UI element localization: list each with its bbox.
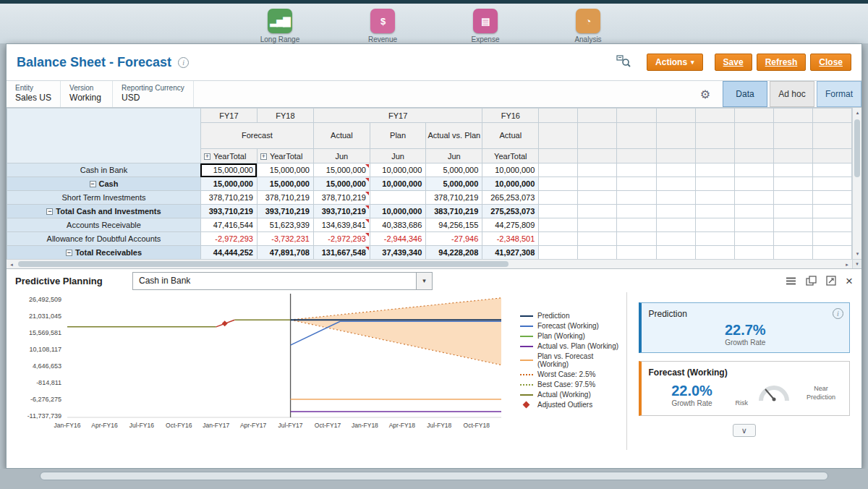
grid-cell[interactable] — [656, 177, 695, 191]
grid-cell[interactable] — [656, 163, 695, 177]
scenario-header[interactable]: Actual vs. Plan — [426, 123, 482, 149]
gear-icon[interactable]: ⚙ — [690, 88, 720, 101]
grid-cell[interactable] — [734, 218, 773, 232]
grid-cell[interactable] — [539, 232, 578, 246]
scroll-up-icon[interactable]: ▴ — [853, 108, 862, 118]
row-label[interactable]: −Total Receivables — [7, 246, 201, 260]
grid-cell[interactable] — [578, 232, 617, 246]
grid-cell[interactable] — [695, 205, 734, 218]
period-header[interactable]: Jun — [313, 149, 370, 163]
grid-cell[interactable] — [734, 205, 773, 218]
row-label[interactable]: Cash in Bank — [7, 163, 201, 177]
grid-cell[interactable]: 94,228,208 — [426, 246, 482, 260]
grid-cell[interactable]: 10,000,000 — [482, 177, 539, 191]
grid-cell[interactable] — [812, 177, 851, 191]
grid-cell[interactable]: 44,275,809 — [482, 218, 539, 232]
grid-cell[interactable] — [617, 205, 656, 218]
close-button[interactable]: Close — [810, 54, 851, 71]
scenario-header[interactable]: Actual — [482, 123, 539, 149]
info-icon[interactable]: i — [833, 308, 843, 319]
pov-version[interactable]: Version Working — [61, 81, 113, 107]
refresh-button[interactable]: Refresh — [757, 54, 807, 71]
grid-cell[interactable]: -2,972,293 — [313, 232, 370, 246]
grid-cell[interactable] — [539, 163, 578, 177]
scrollbar-thumb[interactable] — [18, 261, 509, 267]
approvals-search-icon[interactable] — [616, 54, 631, 71]
grid-cell[interactable] — [695, 246, 734, 260]
grid-cell[interactable] — [773, 205, 812, 218]
grid-cell[interactable]: 10,000,000 — [370, 163, 425, 177]
grid-cell[interactable] — [734, 191, 773, 205]
grid-cell[interactable] — [773, 232, 812, 246]
nav-item-expense[interactable]: ▤ Expense — [455, 9, 516, 43]
grid-cell[interactable] — [539, 177, 578, 191]
grid-cell[interactable]: 393,710,219 — [257, 205, 313, 218]
grid-cell[interactable] — [812, 191, 851, 205]
grid-cell[interactable] — [578, 191, 617, 205]
scenario-header[interactable]: Forecast — [200, 123, 313, 149]
grid-cell[interactable] — [656, 205, 695, 218]
grid-cell[interactable] — [617, 177, 656, 191]
grid-cell[interactable]: 393,710,219 — [313, 205, 370, 218]
save-button[interactable]: Save — [715, 54, 752, 71]
grid-cell[interactable]: -27,946 — [426, 232, 482, 246]
grid-cell[interactable] — [539, 218, 578, 232]
background-scrollbar[interactable] — [40, 472, 828, 480]
grid-cell[interactable]: 44,444,252 — [200, 246, 257, 260]
grid-cell[interactable]: 15,000,000 — [200, 163, 257, 177]
grid-cell[interactable] — [656, 246, 695, 260]
grid-cell[interactable]: 10,000,000 — [370, 205, 425, 218]
expand-panel-icon[interactable] — [826, 276, 836, 286]
grid-cell[interactable] — [539, 205, 578, 218]
grid-cell[interactable]: -2,972,293 — [200, 232, 257, 246]
scenario-header[interactable]: Actual — [313, 123, 370, 149]
grid-cell[interactable] — [812, 163, 851, 177]
grid-cell[interactable]: 383,710,219 — [426, 205, 482, 218]
grid-cell[interactable] — [617, 191, 656, 205]
grid-cell[interactable] — [578, 163, 617, 177]
expand-icon[interactable]: + — [204, 153, 210, 160]
grid-cell[interactable]: 51,623,939 — [257, 218, 313, 232]
grid-cell[interactable]: 40,383,686 — [370, 218, 425, 232]
grid-cell[interactable]: 265,253,073 — [482, 191, 539, 205]
grid-cell[interactable]: 15,000,000 — [200, 177, 257, 191]
tab-data[interactable]: Data — [723, 81, 767, 107]
grid-cell[interactable] — [734, 246, 773, 260]
grid-cell[interactable] — [617, 232, 656, 246]
pov-entity[interactable]: Entity Sales US — [7, 81, 61, 107]
grid-cell[interactable] — [656, 232, 695, 246]
year-header[interactable]: FY16 — [482, 109, 539, 123]
grid-cell[interactable] — [773, 163, 812, 177]
row-label[interactable]: Allowance for Doubtful Accounts — [7, 232, 201, 246]
grid-cell[interactable]: 15,000,000 — [313, 163, 370, 177]
info-icon[interactable]: i — [178, 57, 189, 68]
grid-cell[interactable] — [734, 163, 773, 177]
nav-item-revenue[interactable]: $ Revenue — [352, 9, 413, 43]
member-selector[interactable]: Cash in Bank ▾ — [132, 272, 433, 290]
period-header[interactable]: +YearTotal — [257, 149, 313, 163]
grid-cell[interactable] — [695, 163, 734, 177]
grid-cell[interactable] — [773, 177, 812, 191]
copy-chart-icon[interactable] — [806, 276, 817, 286]
grid-cell[interactable]: 5,000,000 — [426, 177, 482, 191]
grid-horizontal-scrollbar[interactable]: ◂ ▸ — [7, 259, 852, 268]
period-header[interactable]: YearTotal — [482, 149, 539, 163]
grid-cell[interactable] — [656, 218, 695, 232]
nav-item-long-range[interactable]: ▂▅▇ Long Range — [250, 9, 310, 43]
year-header[interactable]: FY17 — [313, 109, 482, 123]
period-header[interactable]: Jun — [426, 149, 482, 163]
cards-expand-button[interactable]: ∨ — [733, 424, 756, 437]
tab-ad-hoc[interactable]: Ad hoc — [770, 81, 814, 107]
period-header[interactable]: Jun — [370, 149, 425, 163]
grid-cell[interactable] — [773, 218, 812, 232]
grid-cell[interactable]: 37,439,340 — [370, 246, 425, 260]
collapse-icon[interactable]: − — [66, 250, 72, 256]
grid-vertical-scrollbar[interactable]: ▴ ▾ — [852, 108, 861, 259]
grid-cell[interactable]: 393,710,219 — [200, 205, 257, 218]
grid-cell[interactable]: 15,000,000 — [257, 177, 313, 191]
grid-cell[interactable] — [695, 191, 734, 205]
grid-cell[interactable] — [734, 232, 773, 246]
row-label[interactable]: −Cash — [7, 177, 201, 191]
grid-cell[interactable]: 15,000,000 — [257, 163, 313, 177]
grid-cell[interactable] — [695, 177, 734, 191]
